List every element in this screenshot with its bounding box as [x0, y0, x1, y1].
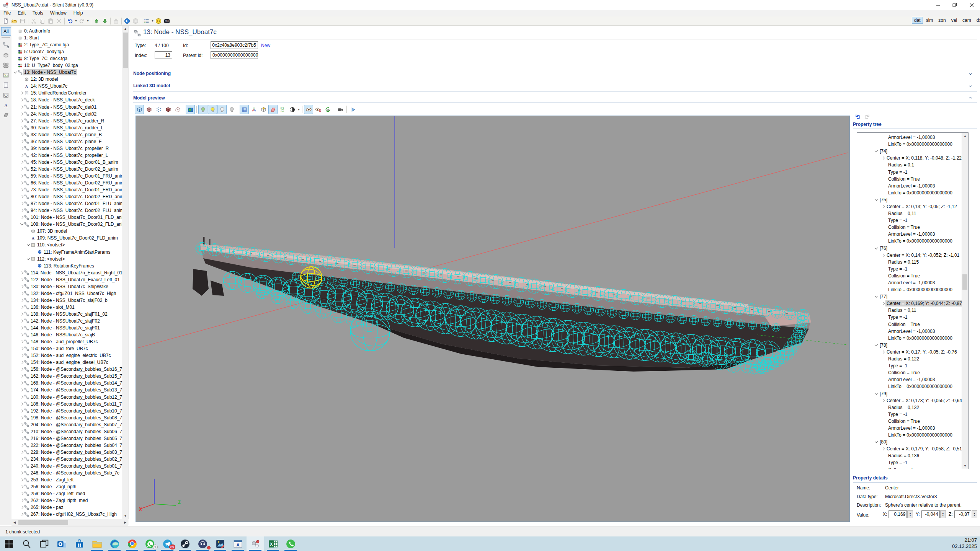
expander-open-icon[interactable]	[26, 244, 30, 246]
property-row[interactable]: LinkTo = 0x0000000000000000	[857, 432, 968, 439]
tree-item-label[interactable]: 2: Type_7C_camo.tga	[23, 42, 70, 48]
undo-dropdown-caret[interactable]: ▾	[74, 19, 78, 23]
taskbar-outlook-icon[interactable]	[53, 536, 70, 551]
tree-item-label[interactable]: 267: Node - cfg#H02_NSS_Uboat7c_High	[29, 511, 118, 517]
tree-item-39[interactable]: 39: Node - NSS_Uboat7c_propeller_R	[11, 145, 122, 152]
expander-closed-icon[interactable]	[881, 448, 885, 450]
property-row-label[interactable]: Center = X: 0,17; Y: -0,05; Z: -0,76	[885, 349, 958, 355]
tree-item-13[interactable]: 13: Node - NSS_Uboat7c	[11, 69, 122, 76]
tree-item-111[interactable]: 111: KeyFrameAnimStartParams	[11, 249, 122, 256]
tree-item-136[interactable]: 136: Node - slot_M01	[11, 304, 122, 311]
tree-item-142[interactable]: 142: Node - NSSUboat7c_siajF02	[11, 318, 122, 324]
property-row[interactable]: Center = X: 0,17; Y: -0,05; Z: -0,76	[857, 349, 968, 355]
tree-item-label[interactable]: 21: Node - NSS_Uboat7c_det01	[29, 104, 98, 110]
axes-toggle-button[interactable]	[249, 105, 258, 114]
expander-open-icon[interactable]	[874, 393, 879, 395]
tree-item-156[interactable]: 156: Node - @Secondary_bubbles_Sub16_7c	[11, 366, 122, 373]
expander-open-icon[interactable]	[874, 344, 879, 346]
tree-item-label[interactable]: 66: Node - NSS_Uboat7c_Door02_FRU_anim	[29, 180, 122, 186]
label-filter-icon[interactable]: A	[2, 101, 10, 109]
tree-item-label[interactable]: 228: Node - @Secondary_bubbles_Sub03_7c	[29, 449, 122, 455]
tree-item-144[interactable]: 144: Node - NSSUboat7c_siajF01	[11, 324, 122, 331]
tree-item-label[interactable]: 216: Node - @Secondary_bubbles_Sub05_7c	[29, 435, 122, 442]
menu-tools[interactable]: Tools	[29, 10, 47, 16]
tree-item-204[interactable]: 204: Node - @Secondary_bubbles_Sub07_7c	[11, 421, 122, 428]
property-row[interactable]: Type = -1	[857, 266, 968, 272]
expander-closed-icon[interactable]	[881, 254, 885, 256]
expander-closed-icon[interactable]	[20, 196, 24, 198]
property-row[interactable]: Collision = True	[857, 224, 968, 231]
expander-closed-icon[interactable]	[20, 389, 24, 391]
silent-hunter-button[interactable]: SH	[163, 17, 171, 25]
taskbar-ms-store-icon[interactable]	[70, 536, 88, 551]
redo-dropdown-caret[interactable]: ▾	[86, 19, 90, 23]
expander-closed-icon[interactable]	[20, 403, 24, 405]
property-row[interactable]: [75]	[857, 196, 968, 203]
expander-closed-icon[interactable]	[20, 410, 24, 412]
menu-edit[interactable]: Edit	[14, 10, 29, 16]
property-row[interactable]: LinkTo = 0x0000000000000000	[857, 383, 968, 390]
property-row-label[interactable]: Radius = 0,11	[887, 307, 918, 313]
tree-item-186[interactable]: 186: Node - @Secondary_bubbles_Sub11_7c	[11, 401, 122, 408]
pivot-gizmo-button[interactable]	[259, 105, 268, 114]
property-row[interactable]: LinkTo = 0x0000000000000000	[857, 286, 968, 293]
tree-item-228[interactable]: 228: Node - @Secondary_bubbles_Sub03_7c	[11, 449, 122, 456]
tree-item-1[interactable]: 1: Start	[11, 34, 122, 41]
tree-item-262[interactable]: 262: Node - Zagl_ripth_med	[11, 497, 122, 504]
play-animation-button[interactable]	[348, 105, 358, 114]
tree-item-label[interactable]: 253: Node - Zagl_left	[29, 477, 75, 483]
property-row[interactable]: [80]	[857, 439, 968, 445]
tree-vertical-scrollbar[interactable]: ▲ ▼	[122, 26, 129, 519]
section-model-preview[interactable]: Model preview	[133, 93, 977, 103]
property-row-label[interactable]: [74]	[879, 148, 889, 154]
expander-open-icon[interactable]	[20, 223, 24, 225]
menu-window[interactable]: Window	[47, 10, 70, 16]
property-row[interactable]: ArmorLevel = -1,00003	[857, 376, 968, 383]
tree-item-label[interactable]: 256: Node - Zagl_ripth	[29, 484, 77, 490]
property-row-label[interactable]: Type = -1	[887, 266, 908, 272]
expander-closed-icon[interactable]	[20, 106, 24, 108]
menu-help[interactable]: Help	[70, 10, 87, 16]
background-color-button[interactable]	[287, 105, 297, 114]
property-row[interactable]: Type = -1	[857, 314, 968, 321]
expander-open-icon[interactable]	[26, 258, 30, 260]
tree-item-21[interactable]: 21: Node - NSS_Uboat7c_det01	[11, 104, 122, 111]
property-row-label[interactable]: Type = -1	[887, 217, 908, 223]
filetab-val[interactable]: val	[949, 17, 959, 24]
tree-item-label[interactable]: 59: Node - NSS_Uboat7c_Door01_FRU_anim	[29, 173, 122, 179]
taskbar-text-app-icon[interactable]: A	[229, 536, 247, 551]
tree-item-label[interactable]: 146: Node - NSSUboat7c_siajB	[29, 332, 96, 338]
tree-item-18[interactable]: 18: Node - NSS_Uboat7c_deck	[11, 96, 122, 103]
property-row[interactable]: Type = -1	[857, 362, 968, 369]
property-row-label[interactable]: Center = X: 0,13; Y: -0,05; Z: -1,12	[885, 204, 958, 210]
tree-item-107[interactable]: 107: 3D model	[11, 228, 122, 235]
value-x-spinner[interactable]: ▲▼	[907, 510, 913, 518]
tree-item-label[interactable]: 33: Node - NSS_Uboat7c_plane_B	[29, 132, 103, 138]
property-row-label[interactable]: LinkTo = 0x0000000000000000	[887, 190, 954, 196]
property-row-label[interactable]: Collision = True	[887, 176, 921, 182]
tree-item-122[interactable]: 122: Node - NSS_Uboat7n_Exaust_Left_01	[11, 276, 122, 283]
tree-item-87[interactable]: 87: Node - NSS_Uboat7c_Door01_FLU_anim	[11, 200, 122, 207]
taskbar-excel-icon[interactable]: X	[264, 536, 282, 551]
tree-item-15[interactable]: 15: UnifiedRenderControler	[11, 90, 122, 96]
tree-item-label[interactable]: 240: Node - @Secondary_bubbles_Sub01_7c	[29, 463, 122, 469]
tree-item-label[interactable]: 186: Node - @Secondary_bubbles_Sub11_7c	[29, 401, 122, 407]
expander-closed-icon[interactable]	[20, 182, 24, 184]
expander-open-icon[interactable]	[874, 295, 879, 298]
property-row[interactable]: Collision = True	[857, 272, 968, 279]
open-file-button[interactable]	[10, 17, 18, 25]
expander-closed-icon[interactable]	[20, 140, 24, 143]
expander-closed-icon[interactable]	[20, 334, 24, 336]
property-row-label[interactable]: [80]	[879, 439, 889, 445]
tree-item-label[interactable]: 162: Node - @Secondary_bubbles_Sub15_7c	[29, 373, 122, 379]
expander-closed-icon[interactable]	[20, 382, 24, 384]
delete-button[interactable]	[55, 17, 63, 25]
expander-closed-icon[interactable]	[20, 216, 24, 218]
wireframe-mode-button[interactable]	[135, 105, 144, 114]
tree-item-label[interactable]: 168: Node - @Secondary_bubbles_Sub14_7c	[29, 380, 122, 386]
nav-forward-button[interactable]	[131, 17, 140, 25]
expander-closed-icon[interactable]	[20, 127, 24, 129]
property-row[interactable]: [78]	[857, 342, 968, 349]
tree-item-148[interactable]: 148: Node - aud_propeller_UB7c	[11, 338, 122, 345]
property-row-label[interactable]: ArmorLevel = -1,00003	[887, 134, 936, 140]
